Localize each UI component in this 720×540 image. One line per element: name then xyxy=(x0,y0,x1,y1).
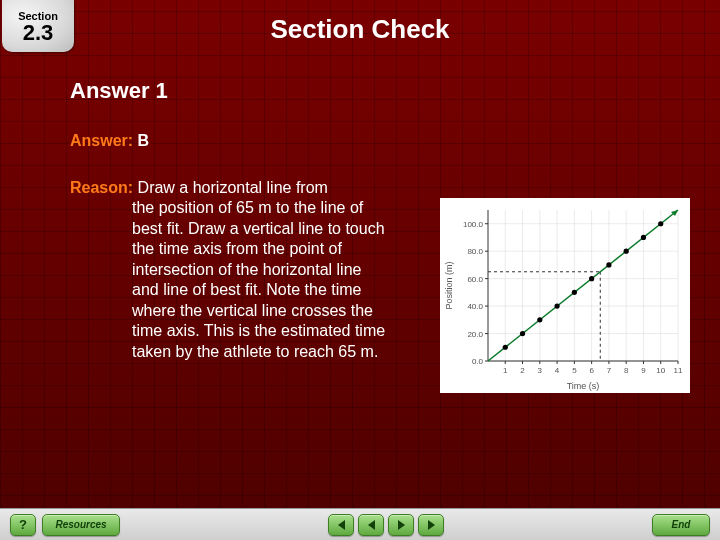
reason-body: the position of 65 m to the line of best… xyxy=(70,198,390,362)
answer-value: B xyxy=(138,132,150,149)
svg-text:60.0: 60.0 xyxy=(467,275,483,284)
svg-text:11: 11 xyxy=(674,366,683,375)
svg-text:4: 4 xyxy=(555,366,560,375)
slide: Section 2.3 Section Check Answer 1 Answe… xyxy=(0,0,720,540)
answer-label: Answer: xyxy=(70,132,138,149)
end-label: End xyxy=(672,519,691,530)
triangle-left-icon xyxy=(338,520,345,530)
svg-point-59 xyxy=(503,345,508,350)
reason-label: Reason: xyxy=(70,179,138,196)
prev-button[interactable] xyxy=(358,514,384,536)
last-button[interactable] xyxy=(418,514,444,536)
svg-text:5: 5 xyxy=(572,366,577,375)
svg-point-67 xyxy=(641,235,646,240)
svg-text:100.0: 100.0 xyxy=(463,220,484,229)
svg-text:10: 10 xyxy=(656,366,665,375)
svg-point-61 xyxy=(537,317,542,322)
svg-text:Position (m): Position (m) xyxy=(444,261,454,309)
svg-text:7: 7 xyxy=(607,366,612,375)
svg-point-66 xyxy=(624,249,629,254)
next-button[interactable] xyxy=(388,514,414,536)
resources-label: Resources xyxy=(55,519,106,530)
footer: ? Resources End xyxy=(0,508,720,540)
svg-text:3: 3 xyxy=(538,366,543,375)
svg-point-65 xyxy=(606,262,611,267)
end-button[interactable]: End xyxy=(652,514,710,536)
first-button[interactable] xyxy=(328,514,354,536)
svg-text:8: 8 xyxy=(624,366,629,375)
nav-group xyxy=(328,514,444,536)
svg-text:1: 1 xyxy=(503,366,508,375)
page-title: Section Check xyxy=(0,14,720,45)
triangle-right-icon xyxy=(398,520,405,530)
chart: 0.020.040.060.080.0100.01234567891011Tim… xyxy=(440,198,690,393)
svg-text:80.0: 80.0 xyxy=(467,247,483,256)
svg-point-63 xyxy=(572,290,577,295)
svg-text:20.0: 20.0 xyxy=(467,330,483,339)
svg-text:0.0: 0.0 xyxy=(472,357,484,366)
svg-text:9: 9 xyxy=(641,366,646,375)
reason-first-line: Draw a horizontal line from xyxy=(138,179,328,196)
svg-point-68 xyxy=(658,221,663,226)
svg-text:2: 2 xyxy=(520,366,525,375)
content: Answer 1 Answer: B Reason: Draw a horizo… xyxy=(70,78,690,362)
triangle-right-icon xyxy=(428,520,435,530)
svg-text:40.0: 40.0 xyxy=(467,302,483,311)
svg-line-57 xyxy=(488,210,678,361)
chart-svg: 0.020.040.060.080.0100.01234567891011Tim… xyxy=(440,198,690,393)
answer-heading: Answer 1 xyxy=(70,78,690,104)
header: Section 2.3 Section Check xyxy=(0,0,720,56)
triangle-left-icon xyxy=(368,520,375,530)
svg-point-64 xyxy=(589,276,594,281)
answer-line: Answer: B xyxy=(70,132,690,150)
svg-text:6: 6 xyxy=(589,366,594,375)
svg-point-60 xyxy=(520,331,525,336)
reason-text: Reason: Draw a horizontal line from the … xyxy=(70,178,390,362)
help-icon: ? xyxy=(19,517,27,532)
svg-point-62 xyxy=(554,303,559,308)
resources-button[interactable]: Resources xyxy=(42,514,120,536)
svg-text:Time (s): Time (s) xyxy=(567,381,600,391)
help-button[interactable]: ? xyxy=(10,514,36,536)
